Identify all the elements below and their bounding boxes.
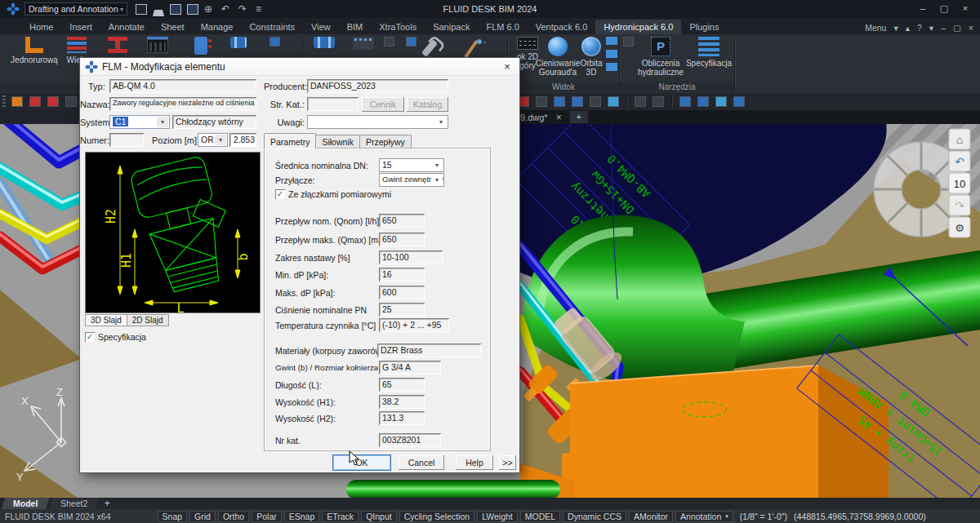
help-button[interactable]: Help: [456, 455, 493, 470]
help-dropdown-icon[interactable]: ▾: [929, 23, 933, 33]
system-desc-field[interactable]: Chłodzący wtórny: [172, 115, 256, 129]
menu-button[interactable]: Menu: [865, 23, 886, 33]
tab-sanipack[interactable]: Sanipack: [425, 20, 478, 34]
h1-field[interactable]: 38.2: [379, 395, 425, 409]
dn-combobox[interactable]: 15 ▾: [379, 158, 444, 172]
tab-annotate[interactable]: Annotate: [100, 20, 153, 34]
annotation-scale[interactable]: (1/8" = 1'-0"): [740, 512, 787, 521]
toggle-etrack[interactable]: ETrack: [322, 511, 359, 522]
tab-3d-slajd[interactable]: 3D Slajd: [85, 314, 127, 326]
ribbon-item-gauge[interactable]: [406, 37, 416, 49]
tab-2d-slajd[interactable]: 2D Slajd: [127, 314, 169, 326]
mindp-field[interactable]: 16: [379, 268, 425, 281]
open-file-icon[interactable]: [153, 6, 164, 16]
tab-manage[interactable]: Manage: [193, 20, 242, 34]
ribbon-item-jednorurowa[interactable]: Jednorurową: [7, 37, 62, 64]
cennik-button[interactable]: Cennik: [362, 97, 404, 112]
chevron-down-icon[interactable]: ▾: [157, 117, 168, 127]
zlaczki-checkbox[interactable]: ✓ Ze złączkami pomiarowymi: [275, 189, 391, 199]
typ-field[interactable]: AB-QM 4.0: [109, 79, 256, 93]
ribbon-item-3[interactable]: [108, 37, 127, 55]
tab-insert[interactable]: Insert: [61, 20, 100, 34]
ribbon-item-valve[interactable]: [230, 37, 247, 51]
undo-icon[interactable]: ↶: [221, 4, 233, 15]
poziom-ref-combobox[interactable]: OR ▾: [198, 133, 228, 147]
doc-close-icon[interactable]: ×: [969, 23, 973, 33]
toggle-esnap[interactable]: ESnap: [284, 511, 320, 522]
tab-view[interactable]: View: [303, 20, 339, 34]
gwint-field[interactable]: G 3/4 A: [379, 361, 441, 375]
ribbon-item-fitting[interactable]: [270, 37, 280, 49]
orange-equipment-boxes[interactable]: [520, 366, 889, 498]
publish-icon[interactable]: ⊕: [204, 4, 216, 15]
camera-tool-icon[interactable]: [653, 96, 664, 107]
grid-tool-icon[interactable]: [65, 96, 77, 107]
tab-home[interactable]: Home: [21, 20, 61, 34]
annotation-dropdown[interactable]: Annotation ▾: [675, 511, 733, 522]
material-field[interactable]: DZR Brass: [377, 343, 481, 357]
zakres-field[interactable]: 10-100: [379, 250, 443, 264]
tab-model[interactable]: Model: [2, 498, 50, 509]
chevron-down-icon[interactable]: ▾: [431, 160, 443, 171]
dialog-titlebar[interactable]: FLM - Modyfikacja elementu ×: [80, 58, 519, 76]
uwagi-combobox[interactable]: ▾: [307, 115, 448, 129]
probe2-tool-icon[interactable]: [572, 96, 583, 107]
temp-field[interactable]: (-10) + 2 ... +95: [379, 318, 449, 332]
menu-dropdown-icon[interactable]: ▾: [893, 23, 898, 33]
przylacze-combobox[interactable]: Gwint zewnętrzny ▾: [379, 173, 444, 187]
nrkat-field[interactable]: 003Z8201: [379, 433, 441, 447]
toggle-lweight[interactable]: LWeight: [477, 511, 518, 522]
strkat-field[interactable]: [307, 97, 359, 111]
more-button[interactable]: >>: [499, 455, 516, 470]
dialog-close-icon[interactable]: ×: [500, 60, 514, 73]
cancel-button[interactable]: Cancel: [399, 455, 444, 470]
maximize-button[interactable]: ▢: [934, 2, 954, 16]
doc-restore-icon[interactable]: ▢: [953, 23, 961, 33]
new-tab-icon[interactable]: +: [570, 111, 588, 123]
ribbon-item-obliczenia[interactable]: P Obliczenia hydrauliczne: [635, 37, 686, 77]
toggle-ortho[interactable]: Ortho: [218, 511, 249, 522]
list-tool-icon[interactable]: [608, 96, 619, 107]
ribbon-item-coupling[interactable]: [314, 37, 335, 51]
edit-tool-icon[interactable]: [536, 96, 547, 107]
maksdp-field[interactable]: 600: [379, 286, 425, 299]
toggle-cycling-selection[interactable]: Cycling Selection: [399, 511, 475, 522]
green-pipe-bottom[interactable]: [346, 480, 560, 498]
tab-flm[interactable]: FLM 6.0: [478, 20, 527, 34]
ribbon-item-view-cubes[interactable]: [606, 37, 617, 75]
toggle-snap[interactable]: Snap: [158, 511, 188, 522]
dlugosc-field[interactable]: 65: [379, 378, 425, 392]
close-button[interactable]: ×: [956, 2, 975, 16]
save-as-icon[interactable]: [170, 4, 181, 15]
sphere-tool-icon[interactable]: [715, 96, 727, 107]
toolbar-grip[interactable]: [2, 95, 6, 108]
ok-button[interactable]: OK: [333, 455, 390, 470]
customize-toolbar-icon[interactable]: ≡: [256, 4, 267, 15]
tab-ventpack[interactable]: Ventpack 6.0: [528, 20, 596, 34]
ribbon-item-orbita[interactable]: Orbita 3D: [577, 37, 606, 77]
qmax-field[interactable]: 650: [379, 233, 425, 246]
probe-tool-icon[interactable]: [554, 96, 565, 107]
tab-close-icon[interactable]: ×: [556, 112, 562, 123]
measure-tool-icon[interactable]: [635, 96, 646, 107]
elbow-tool-icon[interactable]: [47, 96, 59, 107]
chevron-down-icon[interactable]: ▾: [435, 117, 447, 127]
katalog-button[interactable]: Katalog: [407, 97, 448, 112]
shade-tool-icon[interactable]: [733, 96, 745, 107]
system-combobox[interactable]: C1 ▾: [109, 115, 170, 129]
chevron-down-icon[interactable]: ▾: [215, 135, 226, 145]
new-file-icon[interactable]: [136, 4, 147, 15]
toggle-model[interactable]: MODEL: [520, 511, 560, 522]
toggle-qinput[interactable]: QInput: [361, 511, 397, 522]
toggle-grid[interactable]: Grid: [189, 511, 216, 522]
ribbon-item-cieniowanie[interactable]: Cieniowanie Gouraud'a: [534, 37, 581, 77]
toggle-dynamic-ccs[interactable]: Dynamic CCS: [563, 511, 626, 522]
ribbon-item-dotted-pipe[interactable]: [353, 37, 374, 52]
tab-plugins[interactable]: Plugins: [681, 20, 727, 34]
producent-field[interactable]: DANFOSS_2023: [307, 79, 448, 93]
doc-minimize-icon[interactable]: –: [941, 23, 946, 33]
tee-tool-icon[interactable]: [29, 96, 41, 107]
cube-tool-icon[interactable]: [679, 96, 691, 107]
ribbon-item-boiler[interactable]: [194, 37, 207, 57]
specyfikacja-checkbox[interactable]: ✓ Specyfikacja: [85, 332, 146, 342]
